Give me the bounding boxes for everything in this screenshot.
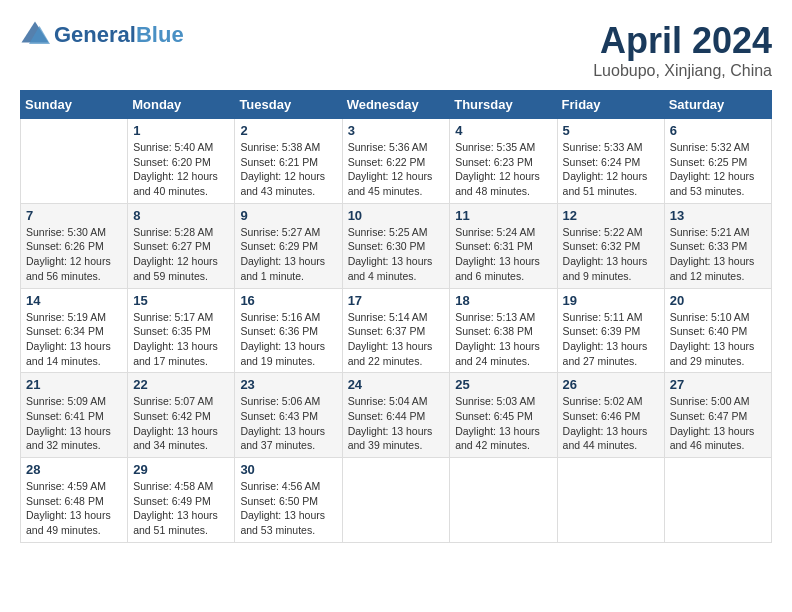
calendar-cell: 10Sunrise: 5:25 AMSunset: 6:30 PMDayligh… [342,203,450,288]
weekday-header: Friday [557,91,664,119]
calendar-cell: 30Sunrise: 4:56 AMSunset: 6:50 PMDayligh… [235,458,342,543]
calendar-table: SundayMondayTuesdayWednesdayThursdayFrid… [20,90,772,543]
calendar-cell: 3Sunrise: 5:36 AMSunset: 6:22 PMDaylight… [342,119,450,204]
calendar-cell: 6Sunrise: 5:32 AMSunset: 6:25 PMDaylight… [664,119,771,204]
day-info: Sunrise: 5:22 AMSunset: 6:32 PMDaylight:… [563,225,659,284]
calendar-cell: 2Sunrise: 5:38 AMSunset: 6:21 PMDaylight… [235,119,342,204]
day-info: Sunrise: 5:14 AMSunset: 6:37 PMDaylight:… [348,310,445,369]
day-number: 12 [563,208,659,223]
day-info: Sunrise: 5:33 AMSunset: 6:24 PMDaylight:… [563,140,659,199]
weekday-header: Monday [128,91,235,119]
day-number: 11 [455,208,551,223]
calendar-cell: 26Sunrise: 5:02 AMSunset: 6:46 PMDayligh… [557,373,664,458]
calendar-cell: 7Sunrise: 5:30 AMSunset: 6:26 PMDaylight… [21,203,128,288]
day-number: 9 [240,208,336,223]
calendar-cell [557,458,664,543]
day-info: Sunrise: 5:21 AMSunset: 6:33 PMDaylight:… [670,225,766,284]
calendar-cell: 8Sunrise: 5:28 AMSunset: 6:27 PMDaylight… [128,203,235,288]
calendar-cell [342,458,450,543]
weekday-header: Saturday [664,91,771,119]
day-number: 30 [240,462,336,477]
day-info: Sunrise: 5:03 AMSunset: 6:45 PMDaylight:… [455,394,551,453]
day-number: 13 [670,208,766,223]
calendar-cell: 21Sunrise: 5:09 AMSunset: 6:41 PMDayligh… [21,373,128,458]
day-number: 17 [348,293,445,308]
week-row: 14Sunrise: 5:19 AMSunset: 6:34 PMDayligh… [21,288,772,373]
logo-icon [20,20,50,50]
day-info: Sunrise: 5:24 AMSunset: 6:31 PMDaylight:… [455,225,551,284]
day-info: Sunrise: 5:30 AMSunset: 6:26 PMDaylight:… [26,225,122,284]
day-info: Sunrise: 5:13 AMSunset: 6:38 PMDaylight:… [455,310,551,369]
page-header: GeneralBlue April 2024 Luobupo, Xinjiang… [20,20,772,80]
weekday-header: Wednesday [342,91,450,119]
day-info: Sunrise: 5:17 AMSunset: 6:35 PMDaylight:… [133,310,229,369]
calendar-cell: 28Sunrise: 4:59 AMSunset: 6:48 PMDayligh… [21,458,128,543]
day-number: 22 [133,377,229,392]
day-number: 24 [348,377,445,392]
day-info: Sunrise: 5:06 AMSunset: 6:43 PMDaylight:… [240,394,336,453]
calendar-cell: 15Sunrise: 5:17 AMSunset: 6:35 PMDayligh… [128,288,235,373]
title-block: April 2024 Luobupo, Xinjiang, China [593,20,772,80]
day-info: Sunrise: 5:11 AMSunset: 6:39 PMDaylight:… [563,310,659,369]
weekday-header: Thursday [450,91,557,119]
day-number: 27 [670,377,766,392]
day-info: Sunrise: 5:04 AMSunset: 6:44 PMDaylight:… [348,394,445,453]
day-info: Sunrise: 4:56 AMSunset: 6:50 PMDaylight:… [240,479,336,538]
day-number: 5 [563,123,659,138]
day-number: 28 [26,462,122,477]
calendar-cell [664,458,771,543]
calendar-cell: 9Sunrise: 5:27 AMSunset: 6:29 PMDaylight… [235,203,342,288]
day-info: Sunrise: 5:36 AMSunset: 6:22 PMDaylight:… [348,140,445,199]
calendar-cell: 4Sunrise: 5:35 AMSunset: 6:23 PMDaylight… [450,119,557,204]
week-row: 7Sunrise: 5:30 AMSunset: 6:26 PMDaylight… [21,203,772,288]
calendar-cell: 22Sunrise: 5:07 AMSunset: 6:42 PMDayligh… [128,373,235,458]
day-number: 19 [563,293,659,308]
day-info: Sunrise: 5:27 AMSunset: 6:29 PMDaylight:… [240,225,336,284]
logo-text: GeneralBlue [54,23,184,47]
calendar-cell: 16Sunrise: 5:16 AMSunset: 6:36 PMDayligh… [235,288,342,373]
day-number: 6 [670,123,766,138]
day-number: 14 [26,293,122,308]
calendar-cell: 13Sunrise: 5:21 AMSunset: 6:33 PMDayligh… [664,203,771,288]
day-number: 15 [133,293,229,308]
calendar-cell [21,119,128,204]
day-info: Sunrise: 5:28 AMSunset: 6:27 PMDaylight:… [133,225,229,284]
week-row: 21Sunrise: 5:09 AMSunset: 6:41 PMDayligh… [21,373,772,458]
week-row: 28Sunrise: 4:59 AMSunset: 6:48 PMDayligh… [21,458,772,543]
logo: GeneralBlue [20,20,184,50]
day-number: 26 [563,377,659,392]
day-info: Sunrise: 5:07 AMSunset: 6:42 PMDaylight:… [133,394,229,453]
week-row: 1Sunrise: 5:40 AMSunset: 6:20 PMDaylight… [21,119,772,204]
day-number: 2 [240,123,336,138]
day-info: Sunrise: 5:19 AMSunset: 6:34 PMDaylight:… [26,310,122,369]
calendar-cell: 1Sunrise: 5:40 AMSunset: 6:20 PMDaylight… [128,119,235,204]
calendar-cell: 24Sunrise: 5:04 AMSunset: 6:44 PMDayligh… [342,373,450,458]
calendar-cell: 29Sunrise: 4:58 AMSunset: 6:49 PMDayligh… [128,458,235,543]
calendar-cell: 17Sunrise: 5:14 AMSunset: 6:37 PMDayligh… [342,288,450,373]
day-number: 20 [670,293,766,308]
calendar-cell: 11Sunrise: 5:24 AMSunset: 6:31 PMDayligh… [450,203,557,288]
calendar-cell: 20Sunrise: 5:10 AMSunset: 6:40 PMDayligh… [664,288,771,373]
day-number: 21 [26,377,122,392]
calendar-cell: 12Sunrise: 5:22 AMSunset: 6:32 PMDayligh… [557,203,664,288]
calendar-cell: 27Sunrise: 5:00 AMSunset: 6:47 PMDayligh… [664,373,771,458]
day-number: 16 [240,293,336,308]
calendar-cell: 25Sunrise: 5:03 AMSunset: 6:45 PMDayligh… [450,373,557,458]
month-title: April 2024 [593,20,772,62]
day-info: Sunrise: 5:16 AMSunset: 6:36 PMDaylight:… [240,310,336,369]
day-number: 23 [240,377,336,392]
calendar-cell: 23Sunrise: 5:06 AMSunset: 6:43 PMDayligh… [235,373,342,458]
day-info: Sunrise: 5:02 AMSunset: 6:46 PMDaylight:… [563,394,659,453]
weekday-header: Sunday [21,91,128,119]
day-info: Sunrise: 5:25 AMSunset: 6:30 PMDaylight:… [348,225,445,284]
day-info: Sunrise: 4:58 AMSunset: 6:49 PMDaylight:… [133,479,229,538]
calendar-cell: 14Sunrise: 5:19 AMSunset: 6:34 PMDayligh… [21,288,128,373]
day-number: 3 [348,123,445,138]
day-info: Sunrise: 5:35 AMSunset: 6:23 PMDaylight:… [455,140,551,199]
calendar-cell: 18Sunrise: 5:13 AMSunset: 6:38 PMDayligh… [450,288,557,373]
day-info: Sunrise: 5:38 AMSunset: 6:21 PMDaylight:… [240,140,336,199]
calendar-cell [450,458,557,543]
weekday-header-row: SundayMondayTuesdayWednesdayThursdayFrid… [21,91,772,119]
day-info: Sunrise: 5:00 AMSunset: 6:47 PMDaylight:… [670,394,766,453]
day-info: Sunrise: 5:10 AMSunset: 6:40 PMDaylight:… [670,310,766,369]
